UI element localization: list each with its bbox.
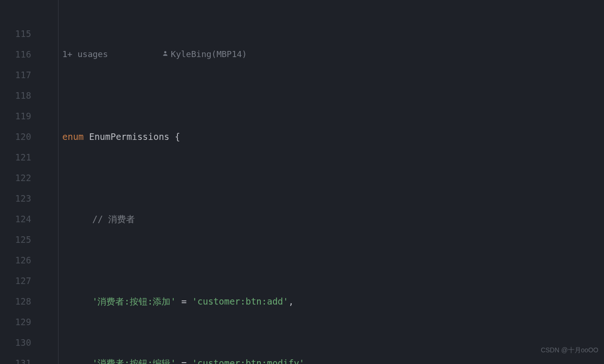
line-number: 115 — [0, 23, 58, 44]
comma: , — [288, 296, 294, 306]
line-number: 117 — [0, 65, 58, 85]
line-number: 126 — [0, 250, 58, 270]
enum-identifier: EnumPermissions — [89, 131, 169, 142]
person-icon — [120, 23, 169, 85]
line-number: 118 — [0, 85, 58, 106]
code-content[interactable]: 1+ usages KyleBing(MBP14) enum EnumPermi… — [59, 0, 604, 364]
line-number: 128 — [0, 291, 58, 312]
line-number: 130 — [0, 332, 58, 353]
code-line[interactable]: // 消费者 — [59, 209, 604, 229]
comma: , — [304, 358, 309, 364]
svg-point-0 — [164, 51, 167, 53]
enum-value: 'customer:btn:modify' — [192, 358, 304, 364]
line-number: 120 — [0, 126, 58, 147]
code-line[interactable]: '消费者:按钮:编辑' = 'customer:btn:modify', — [59, 353, 604, 364]
equals: = — [176, 296, 192, 306]
watermark: CSDN @十月ooOO — [541, 340, 598, 360]
line-number: 124 — [0, 209, 58, 229]
code-editor[interactable]: 115 116 117 118 119 120 121 122 123 124 … — [0, 0, 604, 364]
line-number: 129 — [0, 312, 58, 332]
line-number: 121 — [0, 147, 58, 167]
comment: // 消费者 — [92, 214, 135, 224]
code-line[interactable]: '消费者:按钮:添加' = 'customer:btn:add', — [59, 291, 604, 312]
enum-key: '消费者:按钮:添加' — [92, 296, 176, 306]
keyword-enum: enum — [62, 131, 84, 142]
line-number: 131 — [0, 353, 58, 364]
equals: = — [176, 358, 192, 364]
author-name: KyleBing(MBP14) — [171, 44, 247, 65]
enum-key: '消费者:按钮:编辑' — [92, 358, 176, 364]
line-number: 123 — [0, 188, 58, 209]
usages-hint[interactable]: 1+ usages — [62, 44, 108, 65]
line-number: 127 — [0, 270, 58, 291]
author-hint[interactable]: KyleBing(MBP14) — [120, 23, 247, 85]
code-line[interactable]: enum EnumPermissions { — [59, 126, 604, 147]
line-number: 125 — [0, 229, 58, 250]
enum-value: 'customer:btn:add' — [192, 296, 288, 306]
line-number: 122 — [0, 167, 58, 188]
line-number: 116 — [0, 44, 58, 65]
inlay-hints: 1+ usages KyleBing(MBP14) — [59, 44, 604, 65]
line-number: 119 — [0, 106, 58, 126]
gutter: 115 116 117 118 119 120 121 122 123 124 … — [0, 0, 59, 364]
brace-open: { — [175, 131, 180, 142]
